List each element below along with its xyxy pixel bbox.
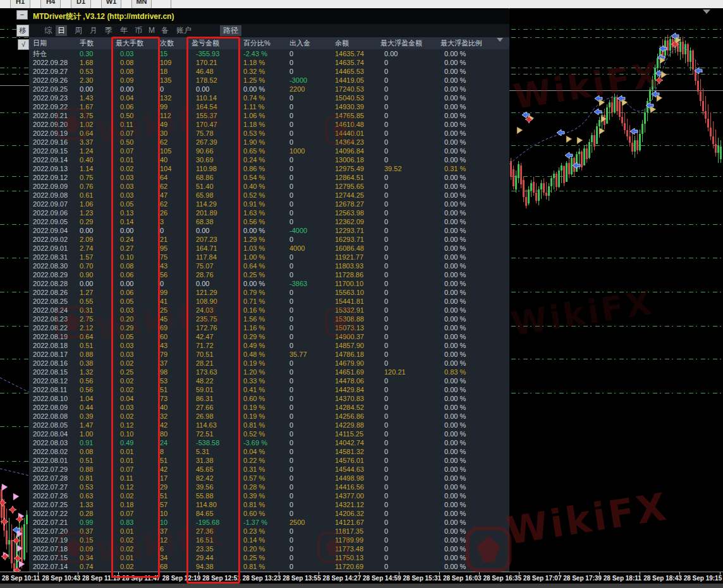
- value-cell: 1.11 %: [243, 102, 264, 111]
- menu-item-6[interactable]: 年: [118, 25, 130, 36]
- date-cell: 2022.07.28: [33, 474, 68, 483]
- value-cell: 24: [160, 438, 167, 447]
- path-button[interactable]: 路径: [220, 25, 241, 36]
- table-row: 2022.07.210.990.8310-195.68-1.37 %250014…: [29, 518, 509, 527]
- value-cell: 0.88: [80, 350, 93, 359]
- scroll-to-end-icon[interactable]: [703, 9, 710, 14]
- candle-body: [515, 176, 517, 189]
- value-cell: 0: [289, 474, 293, 483]
- timeframe-button-h1[interactable]: H1: [10, 0, 30, 9]
- value-cell: 0.00 %: [243, 85, 265, 93]
- time-axis-label: 28 Sep 10:11: [2, 575, 40, 582]
- value-cell: 57: [160, 500, 167, 509]
- candle-body: [558, 171, 560, 187]
- value-cell: 1000: [289, 147, 305, 155]
- value-cell: 0: [384, 261, 388, 270]
- menu-item-5[interactable]: 季: [103, 25, 114, 36]
- value-cell: 1.18 %: [243, 120, 265, 129]
- value-cell: 0.00 %: [444, 76, 466, 85]
- value-cell: 0: [384, 447, 388, 456]
- table-row: 2022.08.101.040.047386.310.60 %014370.83…: [29, 394, 509, 403]
- candle-body: [662, 49, 664, 56]
- value-cell: 17: [160, 474, 167, 483]
- candle-wick: [546, 182, 547, 200]
- candle-body: [538, 189, 540, 201]
- table-body: 持仓0.300.0315-355.93-2.43 %014635.740.000…: [29, 49, 509, 572]
- menu-item-10[interactable]: 账户: [174, 25, 193, 36]
- table-row: 2022.08.311.570.1075117.841.00 %011921.7…: [29, 253, 509, 261]
- value-cell: 0.00 %: [444, 102, 466, 111]
- value-cell: 0.79 %: [243, 288, 265, 297]
- check-button[interactable]: √: [18, 39, 29, 50]
- menu-item-7[interactable]: 币: [133, 25, 144, 36]
- value-cell: 0: [289, 509, 293, 518]
- time-axis-tick: [38, 572, 39, 575]
- column-header: 余额: [335, 39, 349, 48]
- value-cell: 0: [384, 359, 388, 368]
- candle-body: [13, 563, 15, 572]
- candle-body: [687, 44, 689, 62]
- value-cell: 0.60 %: [243, 509, 265, 518]
- table-row: 2022.09.131.140.02104110.980.86 %012975.…: [29, 164, 509, 173]
- value-cell: 0: [289, 403, 293, 412]
- value-cell: 0.20 %: [243, 544, 265, 553]
- value-cell: 0: [384, 500, 388, 509]
- value-cell: 0.51: [80, 456, 93, 465]
- candle-body: [682, 42, 684, 54]
- value-cell: 69: [160, 323, 167, 332]
- move-button[interactable]: 移: [16, 25, 29, 37]
- value-cell: 0.64: [80, 332, 93, 341]
- timeframe-button-d1[interactable]: D1: [71, 0, 91, 9]
- header-scroll-icon[interactable]: [497, 38, 503, 42]
- value-cell: 0.00 %: [444, 235, 466, 244]
- indicator-minimize-button[interactable]: −: [16, 10, 28, 20]
- timeframe-button-mn[interactable]: MN: [131, 0, 152, 9]
- menu-item-2[interactable]: 日: [56, 25, 67, 36]
- value-cell: 0: [289, 359, 293, 368]
- candle-body: [710, 128, 712, 136]
- time-axis-label: 28 Sep 18:11: [604, 575, 641, 582]
- value-cell: 112: [160, 111, 171, 120]
- value-cell: 0: [289, 544, 293, 553]
- date-cell: 2022.08.16: [33, 359, 68, 368]
- table-row: 2022.09.071.060.0562114.290.91 %012678.2…: [29, 200, 509, 208]
- value-cell: 0.00 %: [444, 403, 466, 412]
- value-cell: 0: [289, 323, 293, 332]
- value-cell: 10: [160, 509, 167, 518]
- menu-item-8[interactable]: M: [147, 25, 157, 36]
- candle-body: [657, 58, 659, 68]
- value-cell: 0.37: [80, 527, 93, 536]
- value-cell: 1.67: [80, 102, 93, 111]
- menu-item-9[interactable]: 备: [159, 25, 171, 36]
- date-cell: 2022.09.02: [33, 235, 68, 244]
- table-row: 2022.09.281.680.08109170.211.18 %014635.…: [29, 58, 509, 67]
- value-cell: 0.83 %: [444, 368, 466, 376]
- value-cell: 0: [384, 102, 388, 111]
- value-cell: 0.00 %: [444, 465, 466, 474]
- candle-body: [540, 183, 542, 189]
- candle-body: [530, 183, 532, 191]
- value-cell: 14581.32: [335, 447, 364, 456]
- table-row: 2022.08.180.510.034371.720.49 %014857.90…: [29, 341, 509, 350]
- value-cell: 0: [384, 376, 388, 385]
- date-cell: 持仓: [33, 49, 47, 58]
- timeframe-button-h4[interactable]: H4: [40, 0, 61, 9]
- value-cell: 0: [384, 456, 388, 465]
- table-row: 2022.08.160.380.023728.210.19 %014679.90…: [29, 359, 509, 368]
- menu-item-3[interactable]: 周: [73, 25, 84, 36]
- timeframe-button-w1[interactable]: W1: [101, 0, 121, 9]
- table-row: 2022.09.061.230.1326201.891.63 %012563.9…: [29, 208, 509, 217]
- value-cell: 0: [160, 279, 164, 288]
- value-cell: 14229.88: [335, 421, 364, 429]
- candle-body: [556, 174, 557, 187]
- menu-item-1[interactable]: 综: [42, 25, 54, 36]
- value-cell: 14364.23: [335, 138, 364, 147]
- value-cell: 0.00 %: [444, 518, 466, 527]
- value-cell: 0.56: [80, 385, 93, 394]
- value-cell: 0: [384, 421, 388, 429]
- chart-left-strip: [0, 8, 29, 572]
- candle-body: [717, 145, 719, 153]
- table-row: 2022.07.290.880.074245.650.31 %014544.63…: [29, 465, 509, 474]
- value-cell: 0.00 %: [444, 562, 466, 571]
- menu-item-4[interactable]: 月: [88, 25, 99, 36]
